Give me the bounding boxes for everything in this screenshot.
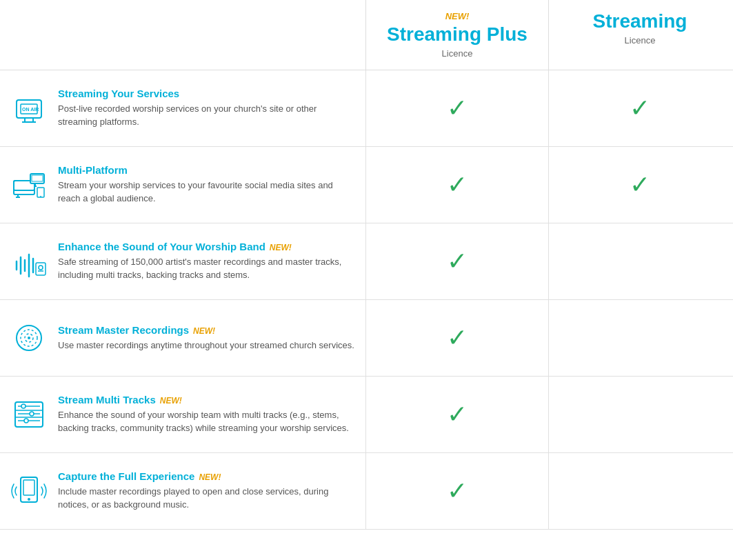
table-row: ON AIR Streaming Your Services Post-live…: [0, 70, 733, 147]
feature-description: Enhance the sound of your worship team w…: [58, 408, 354, 435]
streaming-plus-check-cell: ✓: [365, 300, 548, 376]
check-mark: ✓: [630, 172, 650, 197]
streaming-plus-check-cell: ✓: [365, 147, 548, 223]
svg-rect-41: [23, 480, 34, 495]
feature-new-badge: NEW!: [199, 472, 221, 482]
check-mark: ✓: [447, 479, 468, 503]
streaming-check-cell: ✓: [548, 70, 731, 146]
streaming-plus-check-cell: ✓: [365, 377, 548, 452]
feature-description-cell: ON AIR Streaming Your Services Post-live…: [0, 77, 365, 140]
comparison-table: NEW! Streaming Plus Licence Streaming Li…: [0, 0, 733, 560]
streaming-plus-subtitle: Licence: [373, 48, 541, 59]
check-mark: ✓: [447, 402, 468, 427]
feature-description: Post-live recorded worship services on y…: [58, 102, 354, 129]
on-air-icon: ON AIR: [11, 90, 47, 126]
streaming-plus-title: Streaming Plus: [373, 24, 541, 46]
feature-description-cell: Enhance the Sound of Your Worship BandNE…: [0, 230, 365, 293]
feature-description: Use master recordings anytime throughout…: [58, 339, 354, 352]
feature-title: Multi-Platform: [58, 164, 354, 176]
feature-description: Include master recordings played to open…: [58, 485, 354, 512]
streaming-plus-check-cell: ✓: [365, 223, 548, 299]
feature-title: Streaming Your Services: [58, 88, 354, 99]
table-row: Stream Master RecordingsNEW! Use master …: [0, 300, 733, 377]
streaming-check-cell: [548, 453, 731, 529]
multi-tracks-icon: [11, 397, 47, 432]
check-mark: ✓: [447, 249, 468, 274]
svg-point-33: [24, 419, 28, 423]
feature-title: Enhance the Sound of Your Worship BandNE…: [58, 241, 354, 252]
streaming-plus-new-badge: NEW!: [373, 11, 541, 21]
feature-text-block: Streaming Your Services Post-live record…: [58, 88, 354, 129]
feature-new-badge: NEW!: [193, 326, 215, 336]
streaming-subtitle: Licence: [556, 35, 724, 46]
table-header: NEW! Streaming Plus Licence Streaming Li…: [0, 0, 733, 70]
streaming-check-cell: [548, 223, 731, 299]
header-streaming-plus: NEW! Streaming Plus Licence: [365, 0, 548, 70]
header-streaming: Streaming Licence: [548, 0, 731, 70]
feature-rows-container: ON AIR Streaming Your Services Post-live…: [0, 70, 733, 530]
svg-point-22: [39, 266, 43, 270]
streaming-title: Streaming: [556, 11, 724, 32]
master-recordings-icon: [11, 320, 47, 356]
streaming-plus-check-cell: ✓: [365, 453, 548, 529]
multi-platform-icon: [11, 167, 47, 203]
svg-rect-14: [37, 188, 44, 197]
check-mark: ✓: [630, 96, 650, 121]
table-row: Capture the Full ExperienceNEW! Include …: [0, 453, 733, 530]
feature-title: Capture the Full ExperienceNEW!: [58, 470, 354, 482]
enhance-sound-icon: [11, 243, 47, 279]
feature-new-badge: NEW!: [160, 396, 182, 406]
feature-title: Stream Multi TracksNEW!: [58, 394, 354, 406]
check-mark: ✓: [447, 96, 468, 121]
feature-description-cell: Multi-Platform Stream your worship servi…: [0, 153, 365, 217]
feature-description-cell: Stream Master RecordingsNEW! Use master …: [0, 309, 365, 367]
svg-point-31: [21, 404, 26, 408]
check-mark: ✓: [447, 326, 468, 350]
check-mark: ✓: [447, 172, 468, 197]
feature-text-block: Stream Multi TracksNEW! Enhance the soun…: [58, 394, 354, 435]
table-row: Enhance the Sound of Your Worship BandNE…: [0, 223, 733, 300]
svg-rect-21: [36, 263, 46, 275]
streaming-plus-check-cell: ✓: [365, 70, 548, 146]
svg-point-27: [28, 337, 30, 339]
feature-text-block: Multi-Platform Stream your worship servi…: [58, 164, 354, 206]
streaming-check-cell: [548, 300, 731, 376]
table-row: Stream Multi TracksNEW! Enhance the soun…: [0, 377, 733, 453]
header-empty-cell: [0, 0, 365, 70]
feature-description: Stream your worship services to your fav…: [58, 179, 354, 206]
capture-icon: [11, 473, 47, 509]
table-row: Multi-Platform Stream your worship servi…: [0, 147, 733, 223]
svg-point-15: [40, 196, 41, 197]
feature-title: Stream Master RecordingsNEW!: [58, 324, 354, 336]
streaming-check-cell: [548, 377, 731, 452]
streaming-check-cell: ✓: [548, 147, 731, 223]
feature-new-badge: NEW!: [270, 243, 292, 252]
feature-text-block: Enhance the Sound of Your Worship BandNE…: [58, 241, 354, 282]
feature-description-cell: Stream Multi TracksNEW! Enhance the soun…: [0, 383, 365, 446]
svg-point-42: [28, 498, 30, 501]
feature-description: Safe streaming of 150,000 artist's maste…: [58, 255, 354, 282]
feature-text-block: Capture the Full ExperienceNEW! Include …: [58, 470, 354, 512]
feature-text-block: Stream Master RecordingsNEW! Use master …: [58, 324, 354, 352]
feature-description-cell: Capture the Full ExperienceNEW! Include …: [0, 459, 365, 523]
svg-text:ON AIR: ON AIR: [22, 107, 39, 112]
svg-point-32: [30, 412, 34, 416]
